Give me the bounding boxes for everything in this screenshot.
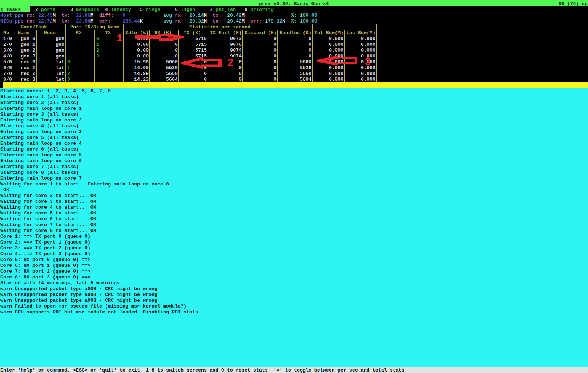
svg-text:2: 2 <box>227 56 233 68</box>
svg-text:3: 3 <box>365 55 371 68</box>
